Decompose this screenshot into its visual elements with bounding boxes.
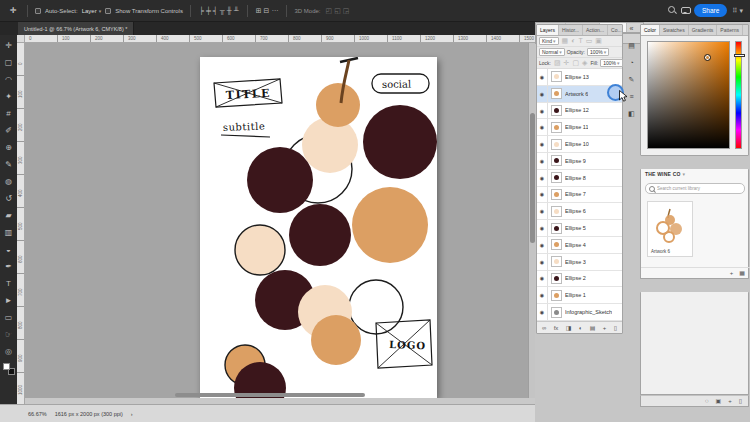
library-add-icon[interactable]: + [729,268,735,278]
collapse-panels-icon[interactable]: « [629,24,635,34]
lock-all-icon[interactable]: ◈ [581,58,588,68]
character-panel-icon[interactable]: ≡ [628,92,634,102]
layer-thumbnail[interactable] [551,105,562,116]
filter-smart-icon[interactable]: ▣ [594,36,603,46]
eyedropper-tool[interactable]: ✐ [1,122,16,139]
filter-adjustment-icon[interactable]: ◐ [570,36,576,46]
layer-effects-icon[interactable]: fx [553,323,560,333]
layer-visibility-eye-icon[interactable]: ◉ [537,203,548,219]
color-field-marker[interactable] [704,54,711,61]
layer-visibility-eye-icon[interactable]: ◉ [537,136,548,152]
align-bottom-icon[interactable]: ╨ [233,6,240,16]
layer-row-ellipse-3[interactable]: ◉Ellipse 3 [537,254,622,271]
layer-thumbnail[interactable] [551,206,562,217]
layer-row-ellipse-11[interactable]: ◉Ellipse 11 [537,119,622,136]
layer-visibility-eye-icon[interactable]: ◉ [537,304,548,320]
layer-thumbnail[interactable] [551,172,562,183]
layers-tab-action[interactable]: Action... [583,25,608,35]
path-select-tool[interactable]: ► [1,292,16,309]
eraser-tool[interactable]: ▰ [1,207,16,224]
layer-thumbnail[interactable] [551,139,562,150]
color-field[interactable] [647,41,730,149]
align-right-icon[interactable]: ╡ [212,6,219,16]
healing-tool[interactable]: ⊕ [1,139,16,156]
share-button[interactable]: Share [694,4,727,17]
load-selection-icon[interactable]: ◌ [704,396,710,406]
layer-row-ellipse-8[interactable]: ◉Ellipse 8 [537,170,622,187]
info-panel-icon[interactable]: ◔ [628,58,634,68]
library-asset-card[interactable]: Artwork 6 [647,201,693,257]
layer-visibility-eye-icon[interactable]: ◉ [537,237,548,253]
adjustment-layer-icon[interactable]: ◐ [578,323,584,333]
3d-pan-icon[interactable]: ◲ [342,6,351,16]
lock-pixels-icon[interactable]: ▢ [571,58,580,68]
layer-mask-icon[interactable]: ◨ [565,323,573,333]
document-tab[interactable]: Untitled-1 @ 66.7% (Artwork 6, CMYK/8) * [18,22,134,35]
search-icon[interactable] [668,6,677,15]
brush-tool[interactable]: ✎ [1,156,16,173]
layer-row-ellipse-13[interactable]: ◉Ellipse 13 [537,69,622,86]
layer-visibility-eye-icon[interactable]: ◉ [537,287,548,303]
delete-channel-icon[interactable]: ▯ [738,396,743,406]
v-ruler[interactable]: 01002003004005006007008009001000 [17,43,25,404]
layer-thumbnail[interactable] [551,273,562,284]
zoom-level[interactable]: 66.67% [28,411,47,417]
lock-transparency-icon[interactable]: ▨ [553,58,562,68]
ruler-corner[interactable] [17,35,25,43]
type-tool[interactable]: T [1,275,16,292]
layers-tab-co[interactable]: Co... [608,25,622,35]
layer-visibility-eye-icon[interactable]: ◉ [537,119,548,135]
color-tab-gradients[interactable]: Gradients [689,25,718,35]
lasso-tool[interactable]: ◠ [1,71,16,88]
layer-row-ellipse-5[interactable]: ◉Ellipse 5 [537,220,622,237]
hue-slider-marker[interactable] [734,54,745,57]
gradient-tool[interactable]: ▥ [1,224,16,241]
h-scroll-thumb[interactable] [175,393,365,397]
workspace-chevron-icon[interactable]: ▾ [738,6,744,16]
layer-group-icon[interactable]: ▤ [589,323,597,333]
canvas-h-scrollbar[interactable] [25,392,528,398]
canvas-v-scrollbar[interactable] [528,43,535,398]
h-ruler[interactable]: 0100200300400500600700800900100011001200… [25,35,535,43]
crop-tool[interactable]: # [1,105,16,122]
filter-type-icon[interactable]: T [577,36,583,46]
layer-row-ellipse-2[interactable]: ◉Ellipse 2 [537,271,622,288]
layer-visibility-eye-icon[interactable]: ◉ [537,69,548,85]
color-tab-swatches[interactable]: Swatches [660,25,689,35]
history-panel-icon[interactable]: ▤ [627,41,636,51]
layers-tab-layers[interactable]: Layers [537,25,559,35]
shape-tool[interactable]: ▭ [1,309,16,326]
align-h-center-icon[interactable]: ╪ [205,6,212,16]
align-v-center-icon[interactable]: ╫ [226,6,233,16]
distribute-h-icon[interactable]: ⊞ [255,6,263,16]
layer-thumbnail[interactable] [551,307,562,318]
clone-stamp-tool[interactable]: ◍ [1,173,16,190]
blend-mode-dropdown[interactable]: Normal ▾ [539,48,565,56]
status-chevron-icon[interactable]: › [131,411,133,417]
layer-visibility-eye-icon[interactable]: ◉ [537,254,548,270]
history-brush-tool[interactable]: ↺ [1,190,16,207]
library-search-input[interactable] [645,183,745,194]
auto-select-checkbox[interactable] [35,8,41,14]
layer-thumbnail[interactable] [551,189,562,200]
link-layers-icon[interactable]: ∞ [541,323,547,333]
canvas-area[interactable]: TITLE subtitle social LOGO [25,43,528,398]
layer-row-ellipse-1[interactable]: ◉Ellipse 1 [537,287,622,304]
layer-row-ellipse-7[interactable]: ◉Ellipse 7 [537,187,622,204]
layer-visibility-eye-icon[interactable]: ◉ [537,103,548,119]
move-tool[interactable]: ✛ [1,37,16,54]
pen-tool[interactable]: ✒ [1,258,16,275]
layer-row-ellipse-6[interactable]: ◉Ellipse 6 [537,203,622,220]
hue-slider[interactable] [735,41,742,149]
layer-row-ellipse-12[interactable]: ◉Ellipse 12 [537,103,622,120]
marquee-tool[interactable]: ▢ [1,54,16,71]
layer-row-ellipse-10[interactable]: ◉Ellipse 10 [537,136,622,153]
opacity-dropdown[interactable]: 100% ▾ [587,48,609,56]
color-tab-patterns[interactable]: Patterns [717,25,743,35]
align-options-icon[interactable]: ⋯ [270,6,279,16]
layer-thumbnail[interactable] [551,155,562,166]
align-top-icon[interactable]: ╥ [219,6,226,16]
glyphs-panel-icon[interactable]: ◧ [627,109,636,119]
layer-thumbnail[interactable] [551,71,562,82]
foreground-color-swatch[interactable] [3,363,10,370]
